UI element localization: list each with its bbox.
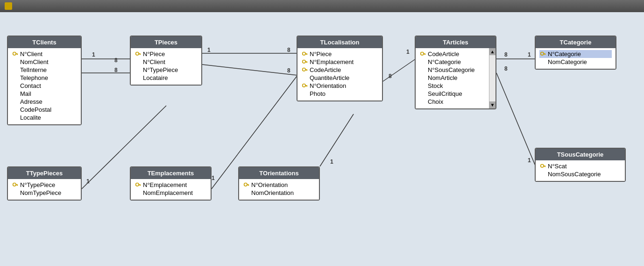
field-name: Choix	[428, 98, 443, 105]
field-row: N°Client	[134, 58, 198, 66]
table-body-tlocalisation: N°Piece N°Emplacement CodeArticleQuantit…	[297, 48, 382, 101]
svg-rect-30	[424, 54, 425, 55]
key-icon	[134, 51, 141, 58]
key-icon	[301, 59, 308, 65]
field-name: CodePostal	[20, 106, 51, 113]
svg-point-37	[135, 183, 139, 186]
field-name: Mail	[20, 90, 31, 97]
field-row: NomEmplacement	[134, 189, 207, 197]
no-key-icon	[134, 190, 141, 196]
scrollbar-up[interactable]: ▲	[489, 48, 495, 55]
svg-rect-17	[305, 53, 307, 54]
svg-rect-23	[305, 69, 307, 70]
svg-rect-42	[248, 185, 248, 186]
no-key-icon	[12, 67, 18, 73]
svg-rect-27	[306, 86, 307, 86]
field-name: Telephone	[20, 74, 48, 81]
field-row: Mail	[12, 90, 77, 98]
field-row: NomCategorie	[539, 58, 612, 66]
field-name: N°TypePiece	[20, 181, 55, 188]
field-row: N°Emplacement	[301, 58, 378, 66]
table-tpieces: TPieces N°PieceN°ClientN°TypePieceLocata…	[130, 36, 202, 86]
title-bar	[0, 0, 644, 12]
field-row: Photo	[301, 90, 378, 98]
field-name: NomOrientation	[251, 189, 294, 196]
field-row: Adresse	[12, 98, 77, 106]
table-header-tpieces: TPieces	[131, 36, 201, 48]
svg-rect-39	[139, 185, 140, 186]
field-name: N°Client	[20, 50, 42, 58]
field-row: Stock	[419, 82, 487, 90]
field-row: N°Emplacement	[134, 181, 207, 189]
field-name: CodeArticle	[310, 66, 341, 73]
no-key-icon	[12, 83, 18, 89]
field-name: CodeArticle	[428, 50, 459, 58]
svg-point-40	[244, 183, 247, 186]
field-row: NomTypePiece	[12, 189, 77, 197]
svg-rect-14	[138, 53, 141, 54]
field-row: N°Orientation	[243, 181, 315, 189]
table-header-templacements: TEmplacements	[131, 167, 211, 179]
key-icon	[539, 51, 546, 58]
field-name: NomSousCategorie	[548, 171, 601, 178]
field-name: N°Scat	[548, 163, 567, 170]
scrollbar-track	[489, 55, 495, 101]
svg-rect-11	[15, 53, 18, 54]
svg-point-13	[135, 52, 139, 55]
field-row: N°TypePiece	[134, 66, 198, 74]
field-name: N°Emplacement	[310, 58, 354, 65]
field-name: Photo	[310, 90, 326, 97]
field-row: Contact	[12, 82, 77, 90]
field-row: CodePostal	[12, 106, 77, 114]
svg-point-31	[540, 52, 544, 55]
field-row: CodeArticle	[301, 66, 378, 74]
field-row: NomSousCategorie	[539, 170, 621, 178]
no-key-icon	[12, 59, 18, 65]
no-key-icon	[301, 75, 308, 81]
table-body-ttypepieces: N°TypePieceNomTypePiece	[8, 179, 81, 200]
no-key-icon	[419, 91, 426, 97]
field-row: Localite	[12, 114, 77, 122]
field-name: Stock	[428, 82, 443, 89]
field-name: NomCategorie	[548, 58, 587, 65]
table-header-tarticles: TArticles	[416, 36, 495, 48]
table-body-tcategorie: N°CategorieNomCategorie	[536, 48, 616, 69]
field-name: Contact	[20, 82, 41, 89]
no-key-icon	[134, 75, 141, 81]
key-icon	[301, 83, 308, 89]
table-ttypepieces: TTypePieces N°TypePieceNomTypePiece	[7, 166, 82, 201]
key-icon	[12, 51, 18, 58]
svg-line-3	[202, 65, 297, 75]
scrollbar-down[interactable]: ▼	[489, 101, 495, 108]
no-key-icon	[12, 91, 18, 97]
svg-point-22	[302, 68, 305, 71]
canvas: 1 8 8 1 8 8 8 1 1 1 1 8 1 8 1 TClients N…	[0, 12, 644, 266]
field-name: N°SousCategorie	[428, 66, 475, 73]
field-name: Adresse	[20, 98, 42, 105]
field-name: Locataire	[143, 74, 168, 81]
svg-rect-20	[305, 61, 307, 62]
svg-rect-18	[306, 54, 307, 55]
table-tarticles: TArticles CodeArticleN°CategorieN°SousCa…	[415, 36, 496, 109]
field-name: N°Categorie	[548, 50, 581, 58]
table-tlocalisation: TLocalisation N°Piece N°Emplacement Code…	[297, 36, 383, 101]
table-header-torientations: TOrientations	[239, 167, 319, 179]
no-key-icon	[419, 83, 426, 89]
no-key-icon	[134, 67, 141, 73]
field-name: N°Orientation	[310, 82, 346, 89]
field-row: N°Orientation	[301, 82, 378, 90]
scrollbar[interactable]: ▲ ▼	[489, 48, 495, 108]
field-row: N°Scat	[539, 162, 621, 170]
svg-rect-24	[306, 70, 307, 71]
key-icon	[134, 182, 141, 188]
no-key-icon	[12, 99, 18, 105]
svg-point-25	[302, 84, 305, 87]
table-header-tcategorie: TCategorie	[536, 36, 616, 48]
svg-line-6	[320, 114, 354, 166]
svg-rect-26	[305, 85, 307, 86]
svg-rect-36	[16, 185, 17, 186]
field-name: N°Categorie	[428, 58, 461, 65]
svg-line-9	[496, 73, 536, 166]
table-header-tlocalisation: TLocalisation	[297, 36, 382, 48]
no-key-icon	[12, 107, 18, 113]
